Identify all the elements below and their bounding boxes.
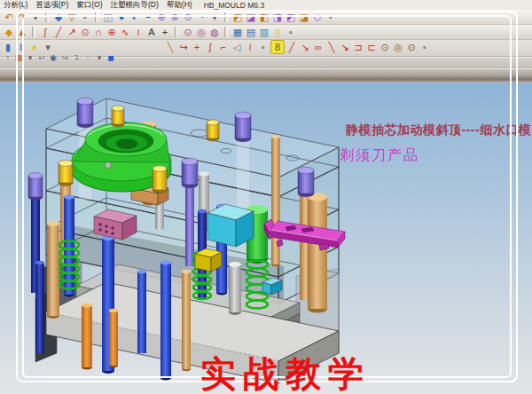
redo-icon[interactable]: ↷ — [16, 11, 28, 23]
viewport-annotation-title: 静模抽芯加动模斜顶----细水口模 — [346, 122, 531, 138]
point-icon[interactable]: ⊕ — [106, 26, 118, 38]
menu-items: 分析(L)首选项(P)窗口(O)注塑模向导(D)帮助(H) — [4, 0, 192, 11]
shaded-view-icon[interactable]: ● — [115, 11, 128, 23]
profile-icon[interactable]: ʃ — [39, 26, 51, 38]
style-icon[interactable]: ◆ — [3, 26, 15, 38]
back-icon[interactable]: ↩ — [36, 52, 47, 63]
view-front-icon[interactable]: ◨ — [271, 11, 284, 23]
corner-icon[interactable]: ⌐ — [217, 41, 230, 53]
spline-icon[interactable]: ∿ — [119, 26, 131, 38]
toolbar-separator — [224, 27, 228, 37]
view-isometric-icon[interactable]: ◪ — [245, 11, 257, 23]
arc-icon[interactable]: ∩ — [92, 26, 105, 38]
menu-preferences[interactable]: 首选项(P) — [35, 0, 68, 11]
hole-icon[interactable]: ⊙ — [379, 41, 391, 53]
facet-view-icon[interactable]: ◔ — [195, 11, 207, 23]
toolbar-edit-curve: ╲↪+ʃ⌐◁≀▪8╱↘∞╲↘⊐⊏⊙◎⊙▪ — [164, 40, 431, 53]
shaded-edges-view-icon[interactable]: ◐ — [129, 11, 141, 23]
conic-icon[interactable]: ◎ — [195, 26, 207, 38]
view-top-icon[interactable]: ◧ — [258, 11, 270, 23]
more-dot-icon[interactable]: ▪ — [419, 41, 431, 53]
application-chrome: 分析(L)首选项(P)窗口(O)注塑模向导(D)帮助(H) HB_MOULD M… — [0, 0, 532, 83]
page-icon[interactable]: ◁ — [231, 41, 243, 53]
drop-icon[interactable]: ↴ — [71, 52, 82, 63]
block-icon[interactable]: ▯ — [271, 26, 284, 38]
extend-icon[interactable]: ↘ — [339, 41, 351, 53]
studio-view-icon[interactable]: ⊙ — [182, 11, 194, 23]
toolbar-curve: ◆▲ʃ╱↗⊙∩⊕∿≀A+⊙◎◍▦▤▥▯▪ — [0, 25, 532, 40]
toolbar-separator — [224, 12, 228, 22]
wireframe-view-icon[interactable]: ⊕ — [155, 11, 168, 23]
pattern-icon[interactable]: ▤ — [245, 26, 257, 38]
more-dot-icon[interactable]: ▪ — [325, 11, 337, 23]
view-bottom-icon[interactable]: ◇ — [311, 11, 324, 23]
extrude-icon[interactable]: ▦ — [231, 26, 244, 38]
view-right-icon[interactable]: ◩ — [285, 11, 297, 23]
toolbar-separator — [95, 12, 98, 22]
menu-window[interactable]: 窗口(O) — [76, 0, 102, 11]
pocket-icon[interactable]: ⊙ — [405, 41, 418, 53]
join-icon[interactable]: ∞ — [312, 41, 325, 53]
brush-icon[interactable]: ╲ — [164, 41, 176, 53]
hidden-wireframe-icon[interactable]: ⊗ — [168, 11, 181, 23]
role-icon[interactable]: ▲ — [16, 26, 28, 38]
palette-icon[interactable]: ▩ — [13, 52, 24, 63]
active-divide-tool-icon[interactable]: 8 — [270, 40, 285, 54]
session-title: HB_MOULD M6.3 — [204, 1, 265, 10]
viewport-annotation-product: 剃须刀产品 — [340, 146, 419, 165]
view-trimetric-icon[interactable]: ◩ — [231, 11, 244, 23]
menu-help[interactable]: 帮助(H) — [167, 0, 192, 11]
dropdown-caret-icon[interactable]: ▾ — [29, 11, 42, 23]
refresh-icon[interactable]: ◔ — [2, 52, 12, 63]
toolbar-separator — [45, 12, 49, 22]
menu-bar: 分析(L)首选项(P)窗口(O)注塑模向导(D)帮助(H) HB_MOULD M… — [0, 0, 532, 10]
more-dot-icon[interactable]: ▪ — [285, 26, 297, 38]
trim-icon[interactable]: ↘ — [299, 41, 311, 53]
window-display-icon[interactable]: ◫ — [102, 11, 114, 23]
boss-icon[interactable]: ◎ — [392, 41, 404, 53]
add-curve-icon[interactable]: + — [191, 41, 203, 53]
snap-point-icon[interactable]: ◆ — [52, 11, 65, 23]
filter-icon[interactable]: ▽ — [66, 11, 78, 23]
eye-icon[interactable]: ◉ — [48, 52, 59, 63]
line-edit-icon[interactable]: ╱ — [286, 41, 298, 53]
dropdown-caret-icon[interactable]: ▾ — [208, 11, 221, 23]
plus-icon[interactable]: + — [159, 26, 171, 38]
toolbar-visualization: ◔▩▾↩◉↝↴▫▾◼ — [2, 51, 116, 63]
menu-analysis[interactable]: 分析(L) — [4, 0, 27, 11]
toolbar-groove — [0, 67, 532, 69]
blob-icon[interactable]: ◍ — [208, 26, 221, 38]
polyline-icon[interactable]: ≀ — [132, 26, 145, 38]
fit-curve-icon[interactable]: ʃ — [204, 41, 216, 53]
menu-moldwizard[interactable]: 注塑模向导(D) — [111, 0, 159, 11]
offset-right-icon[interactable]: ⊏ — [365, 41, 378, 53]
redirect-icon[interactable]: ↪ — [177, 41, 190, 53]
halfshade-view-icon[interactable]: ◓ — [142, 11, 154, 23]
divide-icon[interactable]: ╲ — [325, 41, 338, 53]
wave-icon[interactable]: ≀ — [244, 41, 256, 53]
view-back-icon[interactable]: ◪ — [298, 11, 310, 23]
arrow-icon[interactable]: ↗ — [66, 26, 78, 38]
more-dot-icon[interactable]: ▪ — [79, 11, 91, 23]
offset-left-icon[interactable]: ⊐ — [352, 41, 364, 53]
toolbar-separator — [32, 27, 35, 37]
ellipse-icon[interactable]: ⊙ — [182, 26, 194, 38]
undo-icon[interactable]: ↶ — [3, 11, 15, 23]
catalog-icon[interactable]: ▥ — [258, 26, 270, 38]
toolbar-separator — [175, 27, 178, 37]
toolbar-standard: ↶↷▾◆▽▪◫●◐◓⊕⊗⊙◔▾◩◪◧◨◩◪◇▪ — [0, 10, 532, 25]
dropdown-caret-icon[interactable]: ▾ — [94, 52, 105, 63]
dropdown-caret-icon[interactable]: ▾ — [25, 52, 35, 63]
select-box-icon[interactable]: ▫ — [82, 52, 93, 63]
curve-flow-icon[interactable]: ↝ — [59, 52, 70, 63]
more-dot-icon[interactable]: ▪ — [257, 41, 270, 53]
circle-icon[interactable]: ⊙ — [79, 26, 91, 38]
watermark-text: 实战教学 — [200, 350, 371, 394]
line-icon[interactable]: ╱ — [52, 26, 65, 38]
text-icon[interactable]: A — [145, 26, 158, 38]
cube-display-icon[interactable]: ◼ — [106, 52, 116, 63]
